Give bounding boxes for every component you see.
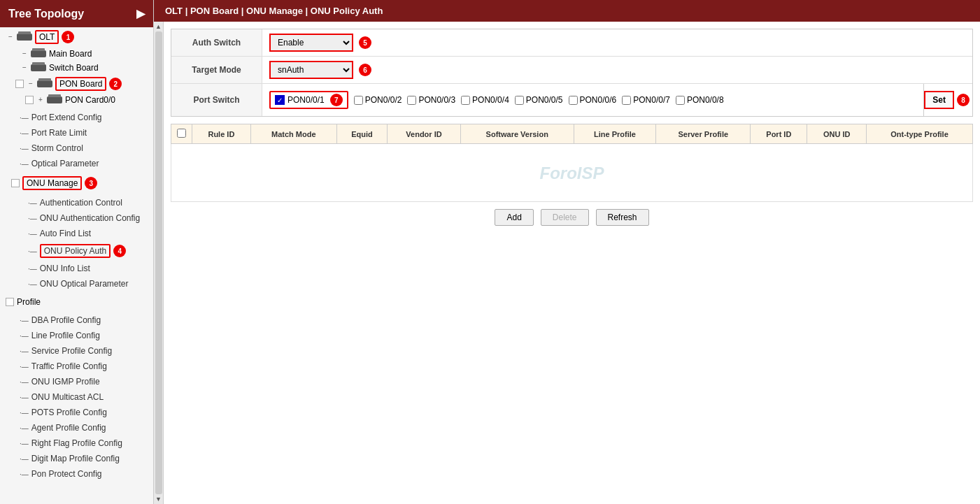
- bullet-icon: ·—: [20, 440, 29, 447]
- col-server-profile: Server Profile: [656, 124, 751, 144]
- port-pon004[interactable]: PON0/0/4: [461, 95, 509, 105]
- badge-8: 8: [957, 94, 970, 106]
- bullet-icon: ·—: [20, 160, 29, 168]
- port-pon002[interactable]: PON0/0/2: [354, 95, 402, 105]
- menu-storm-control[interactable]: ·— Storm Control: [0, 141, 153, 156]
- port-pon006-checkbox[interactable]: [569, 96, 578, 105]
- onu-policy-auth-badge: 4: [113, 245, 126, 257]
- port-pon006[interactable]: PON0/0/6: [569, 95, 617, 105]
- menu-dba-profile[interactable]: ·— DBA Profile Config: [0, 312, 153, 328]
- olt-device-icon: [17, 34, 32, 41]
- col-rule-id: Rule ID: [192, 124, 251, 144]
- breadcrumb: OLT | PON Board | ONU Manage | ONU Polic…: [154, 0, 980, 22]
- expand-switch-board-icon[interactable]: −: [20, 63, 29, 73]
- menu-onu-igmp-profile[interactable]: ·— ONU IGMP Profile: [0, 374, 153, 389]
- bullet-icon: ·—: [20, 347, 29, 355]
- port-pon008[interactable]: PON0/0/8: [676, 95, 724, 105]
- sidebar-collapse-icon[interactable]: ▶: [136, 7, 145, 20]
- profile-label: Profile: [17, 297, 41, 307]
- bullet-icon: ·—: [20, 363, 29, 370]
- expand-pon-card-icon[interactable]: +: [36, 95, 45, 105]
- switch-board-icon: [31, 64, 46, 71]
- sidebar-item-switch-board[interactable]: − Switch Board: [0, 61, 153, 75]
- col-equid: Equid: [336, 124, 388, 144]
- bullet-icon: ·—: [20, 394, 29, 401]
- menu-service-profile[interactable]: ·— Service Profile Config: [0, 343, 153, 359]
- port-pon005[interactable]: PON0/0/5: [515, 95, 563, 105]
- port-pon001[interactable]: PON0/0/1 7: [269, 91, 348, 109]
- auth-form: Auth Switch Enable Disable 5: [171, 29, 973, 117]
- sidebar-item-profile[interactable]: Profile: [0, 294, 153, 310]
- scroll-up-icon[interactable]: ▲: [155, 23, 162, 30]
- scroll-down-icon[interactable]: ▼: [155, 496, 162, 503]
- pon-board-checkbox[interactable]: [15, 80, 24, 88]
- auth-switch-row: Auth Switch Enable Disable 5: [171, 29, 972, 57]
- expand-olt-icon[interactable]: −: [6, 32, 15, 42]
- bullet-icon: ·—: [20, 129, 29, 137]
- select-all-checkbox[interactable]: [177, 129, 186, 138]
- menu-onu-multicast-acl[interactable]: ·— ONU Multicast ACL: [0, 389, 153, 405]
- table-body: ForoISP: [171, 144, 973, 202]
- menu-right-flag-profile[interactable]: ·— Right Flag Profile Config: [0, 435, 153, 451]
- olt-label[interactable]: OLT: [35, 30, 59, 44]
- onu-manage-menu-section: ·— Authentication Control ·— ONU Authent…: [0, 192, 153, 294]
- port-pon007-label: PON0/0/7: [633, 95, 670, 105]
- sidebar-item-pon-board[interactable]: − PON Board 2: [0, 75, 153, 93]
- auth-switch-label: Auth Switch: [171, 29, 262, 56]
- port-pon008-checkbox[interactable]: [676, 96, 685, 105]
- target-mode-value-area: snAuth macAuth loidAuth 6: [262, 57, 972, 83]
- menu-onu-optical-param[interactable]: ·— ONU Optical Parameter: [0, 276, 153, 291]
- pon-board-label[interactable]: PON Board: [55, 77, 106, 91]
- menu-port-extend-config[interactable]: ·— Port Extend Config: [0, 110, 153, 125]
- menu-auto-find-list[interactable]: ·— Auto Find List: [0, 226, 153, 241]
- refresh-button[interactable]: Refresh: [596, 209, 649, 226]
- sidebar-item-main-board[interactable]: − Main Board: [0, 47, 153, 61]
- bullet-icon: ·—: [20, 409, 29, 417]
- port-switch-value-area: PON0/0/1 7 PON0/0/2 PON0/0/3: [262, 84, 972, 116]
- port-pon007[interactable]: PON0/0/7: [622, 95, 670, 105]
- menu-digit-map-profile[interactable]: ·— Digit Map Profile Config: [0, 451, 153, 466]
- port-pon007-checkbox[interactable]: [622, 96, 631, 105]
- col-checkbox-header[interactable]: [171, 124, 192, 144]
- profile-checkbox[interactable]: [6, 298, 14, 306]
- sidebar-item-olt[interactable]: − OLT 1: [0, 27, 153, 47]
- auth-switch-value-area: Enable Disable 5: [262, 29, 972, 56]
- port-pon003-checkbox[interactable]: [407, 96, 416, 105]
- menu-pon-protect-config[interactable]: ·— Pon Protect Config: [0, 466, 153, 482]
- port-pon002-label: PON0/0/2: [365, 95, 402, 105]
- col-match-mode: Match Mode: [250, 124, 336, 144]
- menu-agent-profile[interactable]: ·— Agent Profile Config: [0, 420, 153, 435]
- pon-card-checkbox[interactable]: [25, 96, 34, 104]
- sidebar-item-pon-card[interactable]: + PON Card0/0: [0, 93, 153, 107]
- menu-onu-info-list[interactable]: ·— ONU Info List: [0, 261, 153, 276]
- port-pon001-checkbox[interactable]: [275, 95, 285, 105]
- menu-line-profile[interactable]: ·— Line Profile Config: [0, 328, 153, 343]
- port-pon002-checkbox[interactable]: [354, 96, 363, 105]
- menu-port-rate-limit[interactable]: ·— Port Rate Limit: [0, 125, 153, 141]
- menu-optical-parameter[interactable]: ·— Optical Parameter: [0, 156, 153, 171]
- menu-onu-auth-config[interactable]: ·— ONU Authentication Config: [0, 210, 153, 226]
- port-pon005-label: PON0/0/5: [526, 95, 563, 105]
- port-pon001-label: PON0/0/1: [287, 95, 325, 105]
- port-pon004-checkbox[interactable]: [461, 96, 470, 105]
- port-pon005-checkbox[interactable]: [515, 96, 524, 105]
- add-button[interactable]: Add: [495, 209, 533, 226]
- expand-pon-board-icon[interactable]: −: [26, 79, 36, 89]
- menu-auth-control[interactable]: ·— Authentication Control: [0, 195, 153, 210]
- pon-card-label: PON Card0/0: [65, 95, 115, 105]
- sidebar-item-onu-manage[interactable]: ONU Manage 3: [0, 174, 153, 192]
- menu-traffic-profile[interactable]: ·— Traffic Profile Config: [0, 359, 153, 374]
- set-button[interactable]: Set: [924, 91, 954, 109]
- onu-manage-checkbox[interactable]: [11, 179, 20, 187]
- col-onu-id: ONU ID: [807, 124, 867, 144]
- delete-button[interactable]: Delete: [541, 209, 589, 226]
- bullet-icon: ·—: [28, 215, 37, 222]
- target-mode-select[interactable]: snAuth macAuth loidAuth: [269, 61, 353, 79]
- pon-board-menu-section: ·— Port Extend Config ·— Port Rate Limit…: [0, 107, 153, 174]
- port-pon003[interactable]: PON0/0/3: [407, 95, 455, 105]
- expand-main-board-icon[interactable]: −: [20, 49, 29, 59]
- menu-onu-policy-auth[interactable]: ·— ONU Policy Auth 4: [0, 241, 153, 261]
- auth-switch-select[interactable]: Enable Disable: [269, 34, 353, 52]
- watermark: ForoISP: [177, 147, 967, 198]
- menu-pots-profile[interactable]: ·— POTS Profile Config: [0, 405, 153, 420]
